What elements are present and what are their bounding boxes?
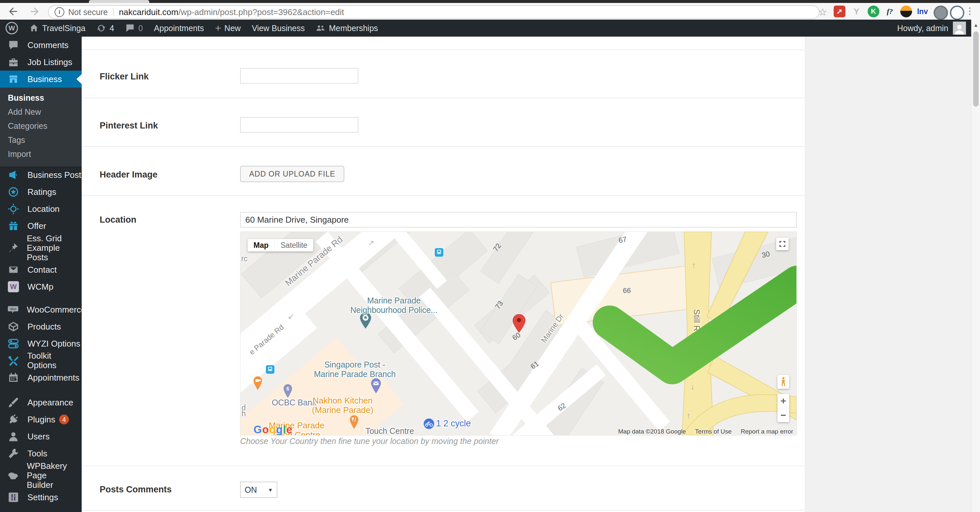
sidebar-item-ess-grid[interactable]: Ess. Grid ExamplePosts bbox=[0, 234, 82, 261]
transit-station-icon[interactable] bbox=[266, 365, 274, 374]
posts-comments-value: ON bbox=[245, 485, 257, 494]
sidebar-item-comments[interactable]: Comments bbox=[0, 37, 82, 54]
gift-icon bbox=[8, 220, 19, 231]
sidebar-item-appointments[interactable]: Appointments bbox=[0, 369, 82, 386]
zoom-in-button[interactable]: + bbox=[778, 394, 789, 408]
extension-swirl-icon[interactable] bbox=[950, 6, 964, 20]
wp-logo-item[interactable]: W bbox=[0, 20, 24, 37]
terms-of-use-link[interactable]: Terms of Use bbox=[695, 428, 732, 435]
sidebar-item-wyzi-options[interactable]: WYZI Options bbox=[0, 335, 82, 352]
memberships-item[interactable]: Memberships bbox=[310, 20, 383, 37]
bike-share-pin-icon[interactable] bbox=[423, 418, 434, 429]
header-image-label: Header Image bbox=[100, 170, 158, 180]
zoom-out-button[interactable]: − bbox=[778, 408, 789, 423]
map-type-satellite-button[interactable]: Satellite bbox=[274, 241, 313, 250]
posts-comments-select[interactable]: ON ▼ bbox=[240, 482, 277, 498]
submenu-item-categories[interactable]: Categories bbox=[0, 119, 82, 133]
new-label: New bbox=[224, 24, 241, 33]
sidebar-item-tools[interactable]: Tools bbox=[0, 445, 82, 462]
clouds-icon bbox=[8, 470, 18, 481]
map-type-map-button[interactable]: Map bbox=[248, 241, 274, 250]
extension-redirect-icon[interactable]: ➚ bbox=[834, 6, 845, 18]
post-office-pin-icon[interactable] bbox=[370, 378, 382, 393]
location-input[interactable] bbox=[240, 212, 797, 228]
forward-icon[interactable] bbox=[29, 6, 40, 18]
poi-label-singpost[interactable]: Singapore Post -Marine Parade Branch bbox=[314, 360, 396, 379]
scrollbar-up-arrow[interactable]: ▲ bbox=[972, 20, 980, 30]
sidebar-item-ratings[interactable]: Ratings bbox=[0, 183, 82, 200]
memberships-people-icon bbox=[316, 23, 326, 33]
sidebar-item-wpbakery[interactable]: WPBakery PageBuilder bbox=[0, 462, 82, 489]
store-icon bbox=[8, 73, 19, 85]
bank-pin-icon[interactable]: $ bbox=[282, 384, 293, 398]
browser-menu-icon[interactable]: ⋮ bbox=[965, 6, 974, 16]
scrollbar-thumb[interactable] bbox=[973, 31, 979, 107]
comments-item[interactable]: 0 bbox=[119, 20, 148, 37]
report-map-error-link[interactable]: Report a map error bbox=[741, 428, 793, 435]
submenu-item-add-new[interactable]: Add New bbox=[0, 105, 82, 119]
sidebar-item-woocommerce[interactable]: Woo WooCommerce bbox=[0, 301, 82, 318]
sliders-icon bbox=[8, 492, 19, 503]
extension-f-icon[interactable]: f? bbox=[884, 6, 896, 18]
back-icon[interactable] bbox=[7, 6, 19, 18]
pegman-button[interactable] bbox=[778, 375, 789, 389]
poi-label-12cycle[interactable]: 1 2 cycle bbox=[436, 419, 471, 428]
poi-label-nakhon[interactable]: Nakhon Kitchen(Marine Parade) bbox=[312, 396, 373, 415]
sidebar-item-toolkit-options[interactable]: Toolkit Options bbox=[0, 352, 82, 369]
extension-k-icon[interactable]: K bbox=[868, 6, 880, 18]
new-item[interactable]: + New bbox=[209, 20, 246, 37]
google-map[interactable]: ↑ ↓ ↑ ↗ ↙ Marine Parade Rd e Parade Rd M… bbox=[240, 231, 797, 435]
flicker-link-label: Flicker Link bbox=[100, 72, 149, 82]
extension-film-icon[interactable] bbox=[934, 6, 948, 20]
sidebar-item-wcmp[interactable]: W WCMp bbox=[0, 278, 82, 295]
road-arrow-icon: ↑ bbox=[692, 261, 696, 270]
extension-moon-icon[interactable] bbox=[900, 6, 912, 18]
location-marker-icon[interactable] bbox=[512, 314, 526, 332]
wordpress-logo-icon: W bbox=[6, 22, 18, 34]
sidebar-item-users[interactable]: Users bbox=[0, 428, 82, 445]
appointments-item[interactable]: Appointments bbox=[148, 20, 209, 37]
sidebar-item-settings[interactable]: Settings bbox=[0, 489, 82, 506]
target-icon bbox=[8, 203, 19, 214]
poi-label-touch-centre[interactable]: Touch Centre bbox=[366, 426, 414, 435]
bookmark-star-icon[interactable]: ☆ bbox=[818, 6, 827, 18]
sidebar-item-job-listings[interactable]: Job Listings bbox=[0, 54, 82, 71]
info-icon[interactable]: i bbox=[54, 7, 64, 17]
transit-station-icon[interactable] bbox=[435, 248, 443, 257]
howdy-label[interactable]: Howdy, admin bbox=[897, 24, 948, 33]
flicker-link-input[interactable] bbox=[240, 68, 358, 84]
submenu-item-tags[interactable]: Tags bbox=[0, 133, 82, 147]
sidebar-item-plugins[interactable]: Plugins 4 bbox=[0, 411, 82, 428]
browser-tab[interactable] bbox=[89, 0, 149, 3]
submenu-item-business[interactable]: Business bbox=[0, 91, 82, 105]
sidebar-item-business[interactable]: Business bbox=[0, 71, 82, 88]
sidebar-item-location[interactable]: Location bbox=[0, 200, 82, 217]
view-business-item[interactable]: View Business bbox=[246, 20, 310, 37]
sidebar-item-appearance[interactable]: Appearance bbox=[0, 394, 82, 411]
submenu-item-import[interactable]: Import bbox=[0, 147, 82, 161]
sidebar-item-products[interactable]: Products bbox=[0, 318, 82, 335]
wp-admin-bar: W TravelSinga 4 0 Appointments + New Vie… bbox=[0, 20, 971, 37]
fullscreen-button[interactable] bbox=[776, 238, 789, 250]
comment-bubble-icon bbox=[125, 23, 135, 33]
avatar[interactable] bbox=[953, 22, 966, 35]
url-bar[interactable]: i Not secure nakcariduit.com /wp-admin/p… bbox=[48, 5, 819, 19]
poi-label-police[interactable]: Marine ParadeNeighbourhood Police... bbox=[350, 296, 438, 315]
add-or-upload-file-button[interactable]: ADD OR UPLOAD FILE bbox=[240, 166, 344, 182]
poi-label-ocbc[interactable]: OCBC Bank bbox=[272, 398, 316, 407]
sidebar-item-contact[interactable]: Contact bbox=[0, 261, 82, 278]
google-logo[interactable]: Google bbox=[253, 423, 293, 435]
extension-y-icon[interactable]: Y bbox=[851, 6, 862, 18]
cafe-pin-icon[interactable] bbox=[252, 376, 263, 390]
page-scrollbar[interactable]: ▲ bbox=[971, 20, 980, 512]
road-arrow-icon: ↗ bbox=[368, 238, 374, 247]
star-circle-icon bbox=[8, 187, 19, 198]
extension-inv-icon[interactable]: Inv bbox=[916, 6, 928, 18]
restaurant-pin-icon[interactable] bbox=[348, 415, 360, 429]
updates-item[interactable]: 4 bbox=[91, 20, 119, 37]
sidebar-item-offer[interactable]: Offer bbox=[0, 217, 82, 234]
site-name-item[interactable]: TravelSinga bbox=[24, 20, 91, 37]
pinterest-link-input[interactable] bbox=[240, 117, 358, 133]
sidebar-item-business-post[interactable]: Business Post bbox=[0, 166, 82, 183]
road-label-still-rd-s: Still Rd S bbox=[692, 309, 702, 344]
